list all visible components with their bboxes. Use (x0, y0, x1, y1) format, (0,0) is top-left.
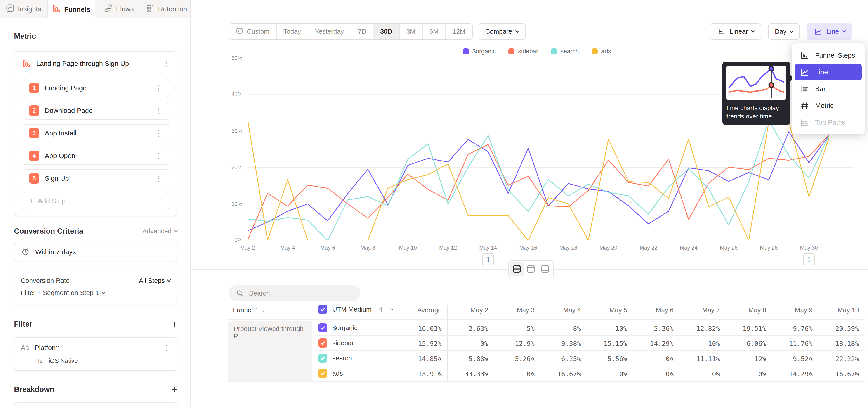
filter-segment-dropdown[interactable]: Filter + Segment on Step 1 (21, 287, 170, 299)
cell-ads-average: 13.91% (388, 370, 442, 378)
layout-top-toggle[interactable] (524, 262, 538, 276)
date-range-6m[interactable]: 6M (423, 24, 446, 39)
compare-button[interactable]: Compare (478, 23, 526, 39)
column-header-may-8: May 8 (712, 306, 766, 314)
kebab-menu-icon[interactable]: ⋮ (155, 152, 163, 160)
date-range-label: 3M (406, 28, 415, 35)
tab-funnels[interactable]: Funnels (48, 0, 95, 19)
date-range-segmented-control: CustomTodayYesterday7D30D3M6M12M (229, 23, 473, 39)
kebab-menu-icon[interactable]: ⋮ (163, 344, 170, 352)
date-range-custom[interactable]: Custom (229, 24, 277, 39)
add-filter-button[interactable]: + (171, 319, 177, 329)
x-axis-tick: May 6 (312, 245, 344, 251)
kebab-menu-icon[interactable]: ⋮ (155, 107, 163, 115)
checkbox-checked[interactable] (318, 339, 327, 347)
layout-bottom-toggle[interactable] (538, 262, 552, 276)
date-range-3m[interactable]: 3M (400, 24, 423, 39)
funnel-step-app-install[interactable]: 3 App Install ⋮ (23, 124, 169, 142)
kebab-menu-icon[interactable]: ⋮ (162, 60, 170, 67)
table-row-search[interactable]: search (318, 354, 352, 363)
menu-item-metric[interactable]: Metric (795, 97, 862, 114)
filter-value[interactable]: iOS Native (49, 357, 78, 365)
breakdown-col-count: 4 (379, 306, 382, 313)
chevron-down-icon (174, 228, 178, 232)
date-range-yesterday[interactable]: Yesterday (308, 24, 351, 39)
tab-insights[interactable]: Insights (0, 0, 48, 18)
cell-ads-may-3: 0% (480, 370, 535, 378)
cell-ads-may-5: 0% (573, 370, 627, 378)
layout-bottom-icon (540, 264, 550, 274)
kebab-menu-icon[interactable]: ⋮ (155, 84, 163, 92)
search-input[interactable]: Search (229, 285, 360, 301)
column-header-may-10: May 10 (805, 306, 859, 314)
breakdown-column-header[interactable]: UTM Medium 4 (318, 305, 393, 314)
table-row-organic[interactable]: $organic (318, 323, 358, 333)
date-range-12m[interactable]: 12M (446, 24, 472, 39)
checkbox-checked[interactable] (318, 323, 327, 333)
funnel-header[interactable]: Landing Page through Sign Up ⋮ (14, 52, 177, 74)
legend-item-search[interactable]: search (551, 48, 579, 55)
step-label: Sign Up (45, 175, 150, 182)
cell-sidebar-may-6: 14.29% (619, 340, 674, 347)
funnel-column-header[interactable]: Funnel1 (233, 306, 264, 314)
tooltip-text: Line charts display trends over time. (726, 104, 786, 121)
column-header-may-5: May 5 (573, 306, 627, 314)
kebab-menu-icon[interactable]: ⋮ (155, 129, 163, 137)
text-property-icon: Aa (21, 344, 29, 352)
breakdown-section-title: Breakdown (14, 385, 54, 394)
funnel-step-app-open[interactable]: 4 App Open ⋮ (23, 147, 169, 165)
menu-item-label: Funnel Steps (815, 52, 855, 59)
checkbox-checked[interactable] (318, 354, 327, 363)
conversion-window-card[interactable]: Within 7 days (14, 243, 177, 261)
cell-search-may-10: 22.22% (805, 355, 859, 363)
granularity-label: Day (775, 28, 786, 35)
tab-retention[interactable]: Retention (143, 0, 190, 18)
filter-property-card: Aa Platform ⋮ Is iOS Native (14, 337, 177, 371)
annotation-badge[interactable]: 1 (483, 253, 494, 267)
cell-search-may-8: 12% (712, 355, 766, 363)
advanced-dropdown[interactable]: Advanced (143, 227, 177, 235)
checkbox-checked[interactable] (318, 369, 327, 378)
y-axis-tick: 50% (215, 55, 242, 61)
scale-dropdown[interactable]: Linear (710, 23, 761, 39)
granularity-dropdown[interactable]: Day (768, 23, 800, 39)
table-row-sidebar[interactable]: sidebar (318, 339, 354, 347)
chart-type-tooltip: Line charts display trends over time. (722, 62, 790, 125)
menu-item-funnel-steps[interactable]: Funnel Steps (795, 47, 862, 64)
legend-item-sidebar[interactable]: sidebar (508, 48, 538, 55)
row-group-cell[interactable]: Product Viewed through P... (228, 321, 312, 381)
date-range-today[interactable]: Today (277, 24, 308, 39)
cell-organic-may-8: 19.51% (712, 325, 766, 333)
annotation-badge[interactable]: 1 (803, 253, 815, 267)
menu-item-line[interactable]: Line (795, 64, 862, 81)
kebab-menu-icon[interactable]: ⋮ (155, 175, 163, 182)
conversion-rate-dropdown[interactable]: All Steps (139, 277, 170, 284)
menu-item-bar[interactable]: Bar (795, 81, 862, 97)
funnel-step-download-page[interactable]: 2 Download Page ⋮ (23, 101, 169, 120)
cell-search-may-2: 5.88% (434, 355, 488, 363)
filter-property-name[interactable]: Platform (35, 344, 157, 352)
tab-flows[interactable]: Flows (95, 0, 143, 18)
step-number-badge: 1 (29, 83, 39, 93)
legend-item-organic[interactable]: $organic (463, 48, 496, 55)
legend-item-ads[interactable]: ads (592, 48, 611, 55)
chart-legend: $organic sidebar search ads (248, 48, 826, 55)
table-row-ads[interactable]: ads (318, 369, 343, 378)
funnel-step-landing-page[interactable]: 1 Landing Page ⋮ (23, 79, 169, 97)
tab-label: Insights (18, 5, 41, 13)
layout-split-toggle[interactable] (510, 262, 524, 276)
cell-sidebar-may-5: 15.15% (573, 340, 627, 347)
date-range-7d[interactable]: 7D (351, 24, 373, 39)
cell-search-may-5: 5.56% (573, 355, 627, 363)
date-range-30d[interactable]: 30D (373, 24, 399, 39)
add-breakdown-button[interactable]: + (171, 384, 177, 394)
filter-operator[interactable]: Is (38, 357, 43, 365)
chart-type-dropdown[interactable]: Line (807, 23, 852, 39)
checkbox-checked[interactable] (318, 305, 327, 314)
tab-label: Flows (116, 5, 133, 13)
funnel-step-sign-up[interactable]: 5 Sign Up ⋮ (23, 169, 169, 187)
chevron-down-icon (789, 29, 794, 33)
add-step-button[interactable]: + Add Step (23, 192, 169, 210)
cell-sidebar-may-2: 0% (434, 340, 488, 347)
conversion-rate-card: Conversion Rate All Steps Filter + Segme… (14, 268, 177, 305)
